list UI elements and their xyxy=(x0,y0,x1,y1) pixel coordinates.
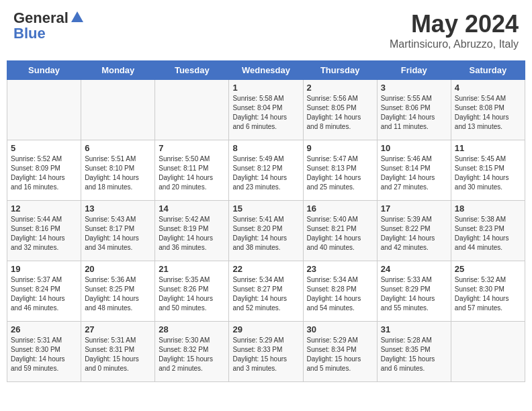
day-number: 15 xyxy=(232,203,299,214)
day-number: 3 xyxy=(381,83,447,93)
calendar-cell: 29Sunrise: 5:29 AM Sunset: 8:33 PM Dayli… xyxy=(229,322,303,382)
day-number: 19 xyxy=(11,264,77,274)
calendar-cell: 24Sunrise: 5:33 AM Sunset: 8:29 PM Dayli… xyxy=(377,261,451,322)
calendar-cell: 10Sunrise: 5:46 AM Sunset: 8:14 PM Dayli… xyxy=(377,140,451,201)
day-info: Sunrise: 5:32 AM Sunset: 8:30 PM Dayligh… xyxy=(455,275,521,313)
day-number: 30 xyxy=(307,324,373,334)
day-number: 5 xyxy=(11,143,77,153)
weekday-header-friday: Friday xyxy=(377,61,451,80)
calendar-cell xyxy=(155,80,229,140)
day-number: 21 xyxy=(159,264,225,274)
calendar-week-row: 19Sunrise: 5:37 AM Sunset: 8:24 PM Dayli… xyxy=(7,261,525,322)
weekday-header-monday: Monday xyxy=(81,61,155,80)
day-info: Sunrise: 5:28 AM Sunset: 8:35 PM Dayligh… xyxy=(381,336,447,373)
calendar-cell: 1Sunrise: 5:58 AM Sunset: 8:04 PM Daylig… xyxy=(229,80,303,140)
day-number: 23 xyxy=(307,264,373,274)
day-info: Sunrise: 5:41 AM Sunset: 8:20 PM Dayligh… xyxy=(232,215,299,253)
day-number: 9 xyxy=(307,143,373,153)
calendar-cell: 12Sunrise: 5:44 AM Sunset: 8:16 PM Dayli… xyxy=(7,201,81,261)
calendar-cell: 18Sunrise: 5:38 AM Sunset: 8:23 PM Dayli… xyxy=(451,201,525,261)
calendar-cell: 8Sunrise: 5:49 AM Sunset: 8:12 PM Daylig… xyxy=(229,140,303,201)
calendar-cell: 19Sunrise: 5:37 AM Sunset: 8:24 PM Dayli… xyxy=(7,261,81,322)
day-info: Sunrise: 5:29 AM Sunset: 8:34 PM Dayligh… xyxy=(307,336,373,373)
day-info: Sunrise: 5:44 AM Sunset: 8:16 PM Dayligh… xyxy=(11,215,77,253)
page-header: General Blue May 2024 Martinsicuro, Abru… xyxy=(7,7,525,54)
day-info: Sunrise: 5:34 AM Sunset: 8:27 PM Dayligh… xyxy=(232,275,299,313)
day-info: Sunrise: 5:52 AM Sunset: 8:09 PM Dayligh… xyxy=(11,154,77,192)
title-block: May 2024 Martinsicuro, Abruzzo, Italy xyxy=(390,10,519,50)
calendar-cell xyxy=(7,80,81,140)
day-info: Sunrise: 5:31 AM Sunset: 8:31 PM Dayligh… xyxy=(85,336,151,373)
day-number: 14 xyxy=(159,203,225,214)
day-number: 11 xyxy=(455,143,521,153)
day-number: 31 xyxy=(381,324,447,334)
calendar-cell: 9Sunrise: 5:47 AM Sunset: 8:13 PM Daylig… xyxy=(303,140,377,201)
day-number: 29 xyxy=(232,324,299,334)
calendar-cell: 17Sunrise: 5:39 AM Sunset: 8:22 PM Dayli… xyxy=(377,201,451,261)
calendar-week-row: 26Sunrise: 5:31 AM Sunset: 8:30 PM Dayli… xyxy=(7,322,525,382)
day-number: 24 xyxy=(381,264,447,274)
calendar-cell: 27Sunrise: 5:31 AM Sunset: 8:31 PM Dayli… xyxy=(81,322,155,382)
day-info: Sunrise: 5:46 AM Sunset: 8:14 PM Dayligh… xyxy=(381,154,447,192)
calendar-cell: 14Sunrise: 5:42 AM Sunset: 8:19 PM Dayli… xyxy=(155,201,229,261)
calendar-cell xyxy=(451,322,525,382)
calendar-cell: 26Sunrise: 5:31 AM Sunset: 8:30 PM Dayli… xyxy=(7,322,81,382)
day-info: Sunrise: 5:39 AM Sunset: 8:22 PM Dayligh… xyxy=(381,215,447,253)
day-info: Sunrise: 5:45 AM Sunset: 8:15 PM Dayligh… xyxy=(455,154,521,192)
day-info: Sunrise: 5:31 AM Sunset: 8:30 PM Dayligh… xyxy=(11,336,77,373)
calendar-cell: 3Sunrise: 5:55 AM Sunset: 8:06 PM Daylig… xyxy=(377,80,451,140)
day-number: 12 xyxy=(11,203,77,214)
calendar-cell: 15Sunrise: 5:41 AM Sunset: 8:20 PM Dayli… xyxy=(229,201,303,261)
day-info: Sunrise: 5:37 AM Sunset: 8:24 PM Dayligh… xyxy=(11,275,77,313)
day-number: 17 xyxy=(381,203,447,214)
weekday-header-thursday: Thursday xyxy=(303,61,377,80)
day-number: 4 xyxy=(455,83,521,93)
calendar-cell: 23Sunrise: 5:34 AM Sunset: 8:28 PM Dayli… xyxy=(303,261,377,322)
calendar-cell: 5Sunrise: 5:52 AM Sunset: 8:09 PM Daylig… xyxy=(7,140,81,201)
calendar-cell xyxy=(81,80,155,140)
day-number: 18 xyxy=(455,203,521,214)
day-number: 8 xyxy=(232,143,299,153)
weekday-header-wednesday: Wednesday xyxy=(229,61,303,80)
day-number: 10 xyxy=(381,143,447,153)
day-number: 7 xyxy=(159,143,225,153)
day-number: 2 xyxy=(307,83,373,93)
calendar-table: SundayMondayTuesdayWednesdayThursdayFrid… xyxy=(7,60,525,382)
day-number: 13 xyxy=(85,203,151,214)
main-title: May 2024 xyxy=(390,10,519,38)
day-info: Sunrise: 5:50 AM Sunset: 8:11 PM Dayligh… xyxy=(159,154,225,192)
day-info: Sunrise: 5:35 AM Sunset: 8:26 PM Dayligh… xyxy=(159,275,225,313)
calendar-cell: 16Sunrise: 5:40 AM Sunset: 8:21 PM Dayli… xyxy=(303,201,377,261)
day-number: 28 xyxy=(159,324,225,334)
day-info: Sunrise: 5:40 AM Sunset: 8:21 PM Dayligh… xyxy=(307,215,373,253)
calendar-cell: 31Sunrise: 5:28 AM Sunset: 8:35 PM Dayli… xyxy=(377,322,451,382)
calendar-week-row: 12Sunrise: 5:44 AM Sunset: 8:16 PM Dayli… xyxy=(7,201,525,261)
calendar-cell: 2Sunrise: 5:56 AM Sunset: 8:05 PM Daylig… xyxy=(303,80,377,140)
day-number: 25 xyxy=(455,264,521,274)
calendar-cell: 11Sunrise: 5:45 AM Sunset: 8:15 PM Dayli… xyxy=(451,140,525,201)
day-info: Sunrise: 5:43 AM Sunset: 8:17 PM Dayligh… xyxy=(85,215,151,253)
calendar-cell: 28Sunrise: 5:30 AM Sunset: 8:32 PM Dayli… xyxy=(155,322,229,382)
calendar-cell: 30Sunrise: 5:29 AM Sunset: 8:34 PM Dayli… xyxy=(303,322,377,382)
day-info: Sunrise: 5:49 AM Sunset: 8:12 PM Dayligh… xyxy=(232,154,299,192)
day-info: Sunrise: 5:34 AM Sunset: 8:28 PM Dayligh… xyxy=(307,275,373,313)
day-number: 16 xyxy=(307,203,373,214)
logo-blue-text: Blue xyxy=(13,26,46,41)
day-info: Sunrise: 5:47 AM Sunset: 8:13 PM Dayligh… xyxy=(307,154,373,192)
day-info: Sunrise: 5:58 AM Sunset: 8:04 PM Dayligh… xyxy=(232,94,299,132)
logo-general-text: General xyxy=(13,11,69,26)
day-number: 6 xyxy=(85,143,151,153)
calendar-cell: 7Sunrise: 5:50 AM Sunset: 8:11 PM Daylig… xyxy=(155,140,229,201)
calendar-cell: 22Sunrise: 5:34 AM Sunset: 8:27 PM Dayli… xyxy=(229,261,303,322)
calendar-cell: 20Sunrise: 5:36 AM Sunset: 8:25 PM Dayli… xyxy=(81,261,155,322)
calendar-week-row: 5Sunrise: 5:52 AM Sunset: 8:09 PM Daylig… xyxy=(7,140,525,201)
weekday-header-tuesday: Tuesday xyxy=(155,61,229,80)
calendar-cell: 21Sunrise: 5:35 AM Sunset: 8:26 PM Dayli… xyxy=(155,261,229,322)
weekday-header-sunday: Sunday xyxy=(7,61,81,80)
calendar-cell: 13Sunrise: 5:43 AM Sunset: 8:17 PM Dayli… xyxy=(81,201,155,261)
day-info: Sunrise: 5:30 AM Sunset: 8:32 PM Dayligh… xyxy=(159,336,225,373)
day-number: 27 xyxy=(85,324,151,334)
calendar-cell: 6Sunrise: 5:51 AM Sunset: 8:10 PM Daylig… xyxy=(81,140,155,201)
calendar-cell: 4Sunrise: 5:54 AM Sunset: 8:08 PM Daylig… xyxy=(451,80,525,140)
calendar-cell: 25Sunrise: 5:32 AM Sunset: 8:30 PM Dayli… xyxy=(451,261,525,322)
